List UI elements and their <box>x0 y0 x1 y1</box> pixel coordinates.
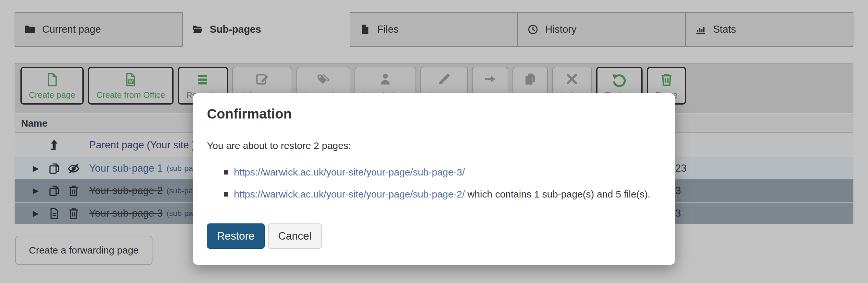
restore-url-link[interactable]: https://warwick.ac.uk/your-site/your-pag… <box>234 167 465 178</box>
dialog-title: Confirmation <box>207 106 661 122</box>
restore-url-list: https://warwick.ac.uk/your-site/your-pag… <box>207 167 661 200</box>
list-item: https://warwick.ac.uk/your-site/your-pag… <box>207 167 661 178</box>
restore-url-link[interactable]: https://warwick.ac.uk/your-site/your-pag… <box>234 188 465 200</box>
sub-pages-screen: Current page Sub-pages Files History <box>0 0 868 283</box>
bullet-square-icon <box>224 170 228 175</box>
list-item: https://warwick.ac.uk/your-site/your-pag… <box>207 188 661 200</box>
confirm-restore-button[interactable]: Restore <box>207 223 265 249</box>
dialog-actions: Restore Cancel <box>207 223 661 249</box>
bullet-square-icon <box>224 192 228 197</box>
dialog-message: You are about to restore 2 pages: <box>207 140 661 151</box>
cancel-button[interactable]: Cancel <box>268 223 322 249</box>
list-item-note: which contains 1 sub-page(s) and 5 file(… <box>465 188 650 200</box>
confirmation-dialog: Confirmation You are about to restore 2 … <box>193 93 675 265</box>
